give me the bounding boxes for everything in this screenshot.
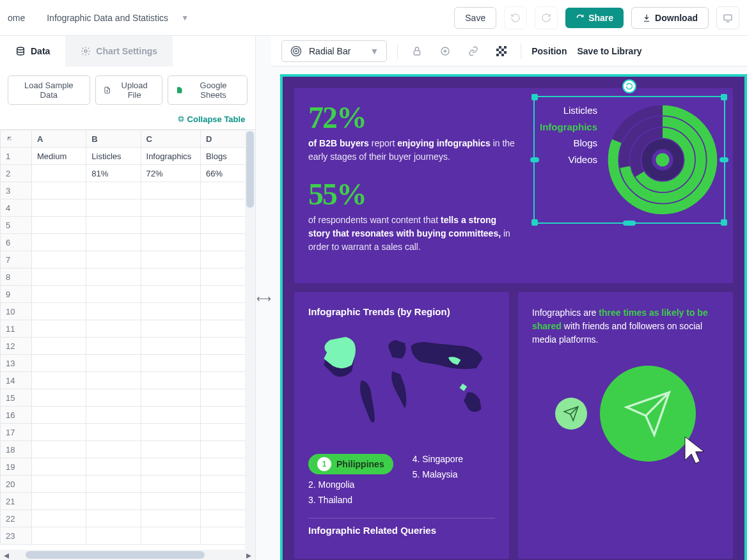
stats-card[interactable]: 72% of B2B buyers report enjoying infogr… bbox=[294, 88, 733, 283]
cell[interactable]: Listicles bbox=[86, 148, 141, 165]
cell[interactable] bbox=[86, 303, 141, 320]
table-row[interactable]: 9 bbox=[1, 286, 255, 303]
home-link[interactable]: ome bbox=[8, 13, 25, 23]
cell[interactable] bbox=[141, 424, 201, 441]
collapse-table-link[interactable]: Collapse Table bbox=[177, 114, 246, 124]
cell[interactable] bbox=[86, 251, 141, 268]
table-row[interactable]: 18 bbox=[1, 441, 255, 458]
row-header[interactable]: 6 bbox=[1, 234, 32, 251]
cell[interactable] bbox=[141, 389, 201, 407]
cell[interactable] bbox=[141, 199, 201, 217]
share-card[interactable]: Infographics are three times as likely t… bbox=[518, 292, 733, 559]
cell[interactable] bbox=[32, 165, 86, 182]
cell[interactable] bbox=[86, 286, 141, 303]
cell[interactable] bbox=[141, 527, 201, 545]
spreadsheet[interactable]: A B C D 1MediumListiclesInfographicsBlog… bbox=[0, 129, 255, 550]
table-row[interactable]: 17 bbox=[1, 424, 255, 441]
cell[interactable] bbox=[141, 320, 201, 338]
table-row[interactable]: 19 bbox=[1, 458, 255, 476]
cell[interactable] bbox=[86, 527, 141, 545]
table-row[interactable]: 22 bbox=[1, 510, 255, 527]
cell[interactable] bbox=[141, 234, 201, 251]
cell[interactable] bbox=[32, 268, 86, 286]
table-row[interactable]: 20 bbox=[1, 476, 255, 493]
rotate-handle[interactable] bbox=[622, 79, 636, 93]
cell[interactable] bbox=[141, 286, 201, 303]
animate-icon[interactable] bbox=[436, 42, 454, 60]
save-button[interactable]: Save bbox=[454, 7, 496, 29]
cell[interactable] bbox=[141, 510, 201, 527]
row-header[interactable]: 10 bbox=[1, 303, 32, 320]
upload-file-button[interactable]: Upload File bbox=[95, 75, 163, 105]
cell[interactable] bbox=[141, 372, 201, 389]
cell[interactable] bbox=[32, 338, 86, 355]
row-header[interactable]: 4 bbox=[1, 199, 32, 217]
cell[interactable]: 72% bbox=[141, 165, 201, 182]
row-header[interactable]: 8 bbox=[1, 268, 32, 286]
table-row[interactable]: 21 bbox=[1, 493, 255, 510]
table-row[interactable]: 7 bbox=[1, 251, 255, 268]
cell[interactable] bbox=[32, 355, 86, 372]
cell[interactable] bbox=[86, 424, 141, 441]
row-header[interactable]: 14 bbox=[1, 372, 32, 389]
infographic-canvas[interactable]: 72% of B2B buyers report enjoying infogr… bbox=[280, 74, 747, 560]
cell[interactable]: Medium bbox=[32, 148, 86, 165]
download-button[interactable]: Download bbox=[631, 7, 709, 29]
cell[interactable] bbox=[141, 182, 201, 199]
table-row[interactable]: 6 bbox=[1, 234, 255, 251]
cell[interactable] bbox=[86, 199, 141, 217]
cell[interactable] bbox=[86, 493, 141, 510]
cell[interactable] bbox=[141, 217, 201, 234]
cell[interactable] bbox=[141, 493, 201, 510]
cell[interactable] bbox=[86, 182, 141, 199]
row-header[interactable]: 16 bbox=[1, 407, 32, 424]
table-row[interactable]: 10 bbox=[1, 303, 255, 320]
cell[interactable] bbox=[86, 355, 141, 372]
cell[interactable] bbox=[141, 407, 201, 424]
cell[interactable] bbox=[32, 182, 86, 199]
row-header[interactable]: 20 bbox=[1, 476, 32, 493]
table-row[interactable]: 8 bbox=[1, 268, 255, 286]
table-row[interactable]: 15 bbox=[1, 389, 255, 407]
row-header[interactable]: 19 bbox=[1, 458, 32, 476]
cell[interactable] bbox=[32, 458, 86, 476]
cell[interactable] bbox=[141, 338, 201, 355]
resize-handle-nw[interactable] bbox=[531, 94, 538, 100]
row-header[interactable]: 1 bbox=[1, 148, 32, 165]
load-sample-button[interactable]: Load Sample Data bbox=[8, 75, 90, 105]
table-row[interactable]: 4 bbox=[1, 199, 255, 217]
row-header[interactable]: 17 bbox=[1, 424, 32, 441]
panel-resize-handle[interactable]: ⟷ bbox=[256, 36, 271, 560]
table-row[interactable]: 5 bbox=[1, 217, 255, 234]
cell[interactable] bbox=[32, 424, 86, 441]
cell[interactable] bbox=[86, 234, 141, 251]
cell[interactable] bbox=[32, 441, 86, 458]
tab-chart-settings[interactable]: Chart Settings bbox=[65, 36, 173, 66]
resize-handle-e[interactable] bbox=[719, 157, 728, 162]
cell[interactable] bbox=[86, 320, 141, 338]
cell[interactable] bbox=[86, 217, 141, 234]
cell[interactable] bbox=[86, 372, 141, 389]
row-header[interactable]: 9 bbox=[1, 286, 32, 303]
scrollbar-horizontal[interactable]: ◂ ▸ bbox=[0, 550, 255, 560]
resize-handle-w[interactable] bbox=[530, 157, 539, 162]
col-header[interactable]: B bbox=[86, 130, 141, 148]
cell[interactable] bbox=[32, 199, 86, 217]
cell[interactable]: 81% bbox=[86, 165, 141, 182]
radial-bar-chart[interactable] bbox=[606, 102, 719, 217]
row-header[interactable]: 7 bbox=[1, 251, 32, 268]
share-button[interactable]: Share bbox=[565, 8, 624, 28]
cell[interactable] bbox=[32, 389, 86, 407]
redo-button[interactable] bbox=[535, 6, 558, 29]
scrollbar-vertical[interactable] bbox=[245, 130, 255, 550]
table-row[interactable]: 11 bbox=[1, 320, 255, 338]
cell[interactable] bbox=[141, 458, 201, 476]
row-header[interactable]: 13 bbox=[1, 355, 32, 372]
table-row[interactable]: 281%72%66% bbox=[1, 165, 255, 182]
cell[interactable] bbox=[32, 510, 86, 527]
resize-handle-ne[interactable] bbox=[721, 94, 727, 100]
cell[interactable] bbox=[32, 251, 86, 268]
cell[interactable] bbox=[86, 476, 141, 493]
transparency-icon[interactable] bbox=[492, 42, 510, 60]
row-header[interactable]: 23 bbox=[1, 527, 32, 545]
